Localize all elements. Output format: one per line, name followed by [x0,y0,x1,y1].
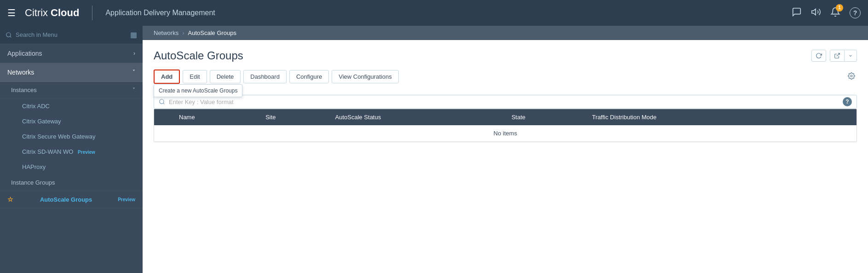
sidebar-item-citrix-secure-web[interactable]: Citrix Secure Web Gateway [0,129,143,144]
sidebar-item-autoscale-label: AutoScale Groups [40,196,92,203]
table-search-icon [159,99,165,105]
brand: Citrix Cloud [25,7,79,19]
brand-cloud: Cloud [51,7,79,19]
sidebar-item-networks[interactable]: Networks ˅ [0,63,143,82]
view-configurations-button[interactable]: View Configurations [332,70,398,83]
autoscale-preview-badge: Preview [118,197,135,202]
svg-line-2 [10,36,11,37]
notification-badge: 1 [836,4,843,12]
col-checkbox [154,109,172,125]
help-icon[interactable]: ? [850,7,861,18]
main-content: Networks › AutoScale Groups AutoScale Gr… [143,26,868,273]
empty-message: No items [154,125,857,142]
svg-line-6 [163,103,165,105]
instances-chevron-icon: ˅ [132,87,135,93]
svg-point-5 [160,99,164,104]
chat-icon[interactable] [792,7,802,19]
delete-button[interactable]: Delete [210,70,241,83]
table-search-input[interactable] [169,99,839,105]
sidebar-toggle-icon[interactable]: ▦ [130,30,137,39]
breadcrumb-networks[interactable]: Networks [154,29,178,36]
col-autoscale-status: AutoScale Status [328,109,505,125]
app-title: Application Delivery Management [105,9,786,17]
svg-point-4 [851,75,852,77]
sidebar-item-citrix-sdwan[interactable]: Citrix SD-WAN WO Preview [0,144,143,159]
breadcrumb-chevron-icon: › [182,29,184,36]
col-actions [818,109,857,125]
sidebar-item-haproxy[interactable]: HAProxy [0,159,143,174]
star-icon[interactable]: ☆ [7,196,13,203]
refresh-icon [816,52,822,59]
sidebar-item-instance-groups-label: Instance Groups [11,179,55,186]
refresh-button[interactable] [811,50,826,62]
brand-divider [92,6,92,20]
breadcrumb-current: AutoScale Groups [188,29,237,36]
add-button[interactable]: Add [154,70,180,84]
search-icon [6,32,12,38]
sdwan-preview-badge: Preview [78,150,95,155]
notification-icon[interactable]: 1 [830,7,840,19]
table-wrapper: Name Site AutoScale Status State Traffic… [154,109,857,142]
sidebar: ▦ Applications › Networks ˅ Instances ˅ … [0,26,143,273]
gear-button[interactable] [846,70,857,83]
data-table: Name Site AutoScale Status State Traffic… [154,109,857,142]
export-button[interactable] [830,50,845,61]
search-input[interactable] [16,31,126,38]
layout: ▦ Applications › Networks ˅ Instances ˅ … [0,26,868,273]
svg-marker-0 [812,9,816,15]
page-content: AutoScale Groups [143,40,868,273]
sidebar-item-instance-groups[interactable]: Instance Groups [0,174,143,191]
edit-button[interactable]: Edit [183,70,207,83]
sidebar-item-networks-label: Networks [7,69,34,76]
export-dropdown-button[interactable] [845,51,857,60]
sidebar-item-instances-label: Instances [11,87,37,93]
table-body: No items [154,125,857,142]
toolbar-section: Add Edit Delete Dashboard Configure View… [154,70,857,84]
col-name: Name [172,109,259,125]
chevron-down-icon: ˅ [132,69,135,76]
brand-citrix: Citrix [25,7,48,19]
sidebar-item-instances[interactable]: Instances ˅ [0,82,143,99]
col-state: State [505,109,586,125]
configure-button[interactable]: Configure [289,70,329,83]
tooltip-bubble: Create a new AutoScale Groups [154,84,242,97]
dashboard-button[interactable]: Dashboard [243,70,287,83]
sidebar-item-autoscale-groups[interactable]: ☆ AutoScale Groups Preview [0,191,143,208]
header-icons: 1 ? [792,7,861,19]
search-help-icon[interactable]: ? [843,97,852,106]
hamburger-icon[interactable]: ☰ [7,7,16,18]
svg-point-1 [6,32,11,36]
search-row: ? [154,95,857,109]
breadcrumb-bar: Networks › AutoScale Groups [143,26,868,40]
table-header: Name Site AutoScale Status State Traffic… [154,109,857,125]
col-site: Site [259,109,328,125]
chevron-right-icon: › [133,50,135,57]
sidebar-item-citrix-adc[interactable]: Citrix ADC [0,99,143,114]
col-traffic-distribution: Traffic Distribution Mode [586,109,818,125]
search-box: ▦ [0,26,143,44]
announce-icon[interactable] [811,7,821,19]
top-header: ☰ Citrix Cloud Application Delivery Mana… [0,0,868,26]
toolbar: Add Edit Delete Dashboard Configure View… [154,70,857,84]
gear-icon [848,72,855,80]
chevron-down-icon [848,53,853,58]
sidebar-item-citrix-gateway[interactable]: Citrix Gateway [0,114,143,129]
sidebar-item-applications[interactable]: Applications › [0,44,143,63]
export-icon [834,52,840,59]
svg-line-3 [837,53,839,56]
toolbar-right [846,70,857,83]
sidebar-item-applications-label: Applications [7,50,42,57]
page-title: AutoScale Groups [154,49,243,62]
page-actions [811,50,857,62]
page-header: AutoScale Groups [154,49,857,62]
